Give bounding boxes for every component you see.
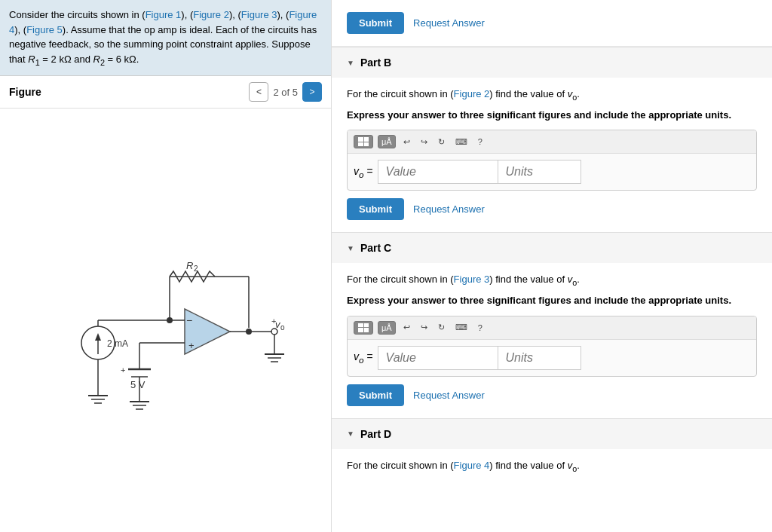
part-c-answer-label: vo = xyxy=(354,350,373,365)
part-c-refresh-button[interactable]: ↻ xyxy=(435,321,448,334)
part-c-header[interactable]: ▼ Part C xyxy=(332,233,772,263)
prev-figure-button[interactable]: < xyxy=(249,82,268,102)
part-c-answer-box: μÅ ↩ ↪ ↻ ⌨ ? vo = xyxy=(347,316,757,377)
part-c-instruction: Express your answer to three significant… xyxy=(347,293,757,308)
part-b-toolbar: μÅ ↩ ↪ ↻ ⌨ ? xyxy=(348,130,756,154)
next-figure-button[interactable]: > xyxy=(302,82,322,102)
figure-area: Figure < 2 of 5 > R 2 xyxy=(0,76,331,532)
part-c-submit-button[interactable]: Submit xyxy=(347,384,404,406)
part-d-section: ▼ Part D For the circuit shown in (Figur… xyxy=(332,418,772,491)
part-c-input-row: vo = xyxy=(348,340,756,376)
top-request-answer-link[interactable]: Request Answer xyxy=(413,17,485,29)
part-b-submit-button[interactable]: Submit xyxy=(347,198,404,220)
part-b-body: For the circuit shown in (Figure 2) find… xyxy=(332,78,772,232)
top-submit-row: Submit Request Answer xyxy=(332,0,772,47)
part-d-arrow: ▼ xyxy=(347,430,354,438)
part-c-submit-row: Submit Request Answer xyxy=(347,384,757,406)
part-d-figure-link[interactable]: Figure 4 xyxy=(454,460,490,471)
left-panel: Consider the circuits shown in (Figure 1… xyxy=(0,0,332,532)
page-indicator: 2 of 5 xyxy=(273,87,298,98)
circuit-diagram: R 2 + xyxy=(0,109,331,532)
circuit-svg: R 2 + xyxy=(38,222,294,418)
part-c-description: For the circuit shown in (Figure 3) find… xyxy=(347,272,757,289)
part-b-submit-row: Submit Request Answer xyxy=(347,198,757,220)
part-c-keyboard-button[interactable]: ⌨ xyxy=(452,321,470,334)
part-b-matrix-button[interactable] xyxy=(354,135,373,148)
part-b-units-button[interactable]: μÅ xyxy=(378,135,396,148)
figure3-link[interactable]: Figure 3 xyxy=(241,9,277,20)
minus-sign-input: − xyxy=(186,314,192,326)
part-b-input-row: vo = xyxy=(348,154,756,190)
figure-header: Figure < 2 of 5 > xyxy=(0,76,331,109)
part-d-description: For the circuit shown in (Figure 4) find… xyxy=(347,458,757,475)
plus-sign: + xyxy=(188,340,195,351)
part-c-undo-button[interactable]: ↩ xyxy=(400,321,413,334)
part-b-undo-button[interactable]: ↩ xyxy=(400,136,413,148)
figure1-link[interactable]: Figure 1 xyxy=(146,9,182,20)
vo-subscript: o xyxy=(280,323,285,332)
part-b-answer-label: vo = xyxy=(354,165,373,179)
part-c-title: Part C xyxy=(360,242,391,254)
figure-navigation: < 2 of 5 > xyxy=(249,82,322,102)
part-b-header[interactable]: ▼ Part B xyxy=(332,47,772,78)
part-c-figure-link[interactable]: Figure 3 xyxy=(454,274,490,285)
part-c-section: ▼ Part C For the circuit shown in (Figur… xyxy=(332,232,772,417)
part-c-redo-button[interactable]: ↪ xyxy=(418,321,430,334)
part-b-request-link[interactable]: Request Answer xyxy=(413,203,485,215)
part-b-redo-button[interactable]: ↪ xyxy=(418,136,430,148)
part-c-body: For the circuit shown in (Figure 3) find… xyxy=(332,263,772,417)
figure5-link[interactable]: Figure 5 xyxy=(26,24,63,35)
figure-title: Figure xyxy=(9,86,41,98)
current-label: 2 mA xyxy=(107,338,128,349)
right-panel: Submit Request Answer ▼ Part B For the c… xyxy=(332,0,772,532)
part-b-refresh-button[interactable]: ↻ xyxy=(435,136,448,148)
part-b-section: ▼ Part B For the circuit shown in (Figur… xyxy=(332,47,772,232)
part-b-figure-link[interactable]: Figure 2 xyxy=(454,88,490,99)
r2-label: R xyxy=(186,260,193,271)
part-c-units-input[interactable] xyxy=(498,346,581,370)
part-b-value-input[interactable] xyxy=(378,160,498,184)
problem-text-box: Consider the circuits shown in (Figure 1… xyxy=(0,0,331,76)
part-b-instruction: Express your answer to three significant… xyxy=(347,108,757,123)
output-plus: + xyxy=(271,316,276,326)
part-b-help-button[interactable]: ? xyxy=(475,136,486,148)
voltage-label: 5 V xyxy=(130,379,146,390)
part-c-units-button[interactable]: μÅ xyxy=(378,321,396,335)
part-b-title: Part B xyxy=(360,57,391,69)
part-c-help-button[interactable]: ? xyxy=(475,322,486,334)
plus-label: + xyxy=(121,365,125,375)
part-c-request-link[interactable]: Request Answer xyxy=(413,390,485,401)
part-b-keyboard-button[interactable]: ⌨ xyxy=(452,136,470,148)
part-d-header[interactable]: ▼ Part D xyxy=(332,419,772,449)
current-arrow xyxy=(95,333,101,341)
output-node-dot xyxy=(246,329,252,335)
part-c-value-input[interactable] xyxy=(378,346,498,370)
top-submit-button[interactable]: Submit xyxy=(347,12,404,34)
part-b-answer-box: μÅ ↩ ↪ ↻ ⌨ ? vo = xyxy=(347,130,757,191)
part-c-arrow: ▼ xyxy=(347,244,354,252)
part-d-body: For the circuit shown in (Figure 4) find… xyxy=(332,449,772,491)
figure2-link[interactable]: Figure 2 xyxy=(193,9,229,20)
part-c-matrix-button[interactable] xyxy=(354,321,373,335)
part-d-title: Part D xyxy=(360,428,391,440)
part-b-units-input[interactable] xyxy=(498,160,581,184)
part-c-toolbar: μÅ ↩ ↪ ↻ ⌨ ? xyxy=(348,316,756,340)
part-b-arrow: ▼ xyxy=(347,59,354,67)
part-b-description: For the circuit shown in (Figure 2) find… xyxy=(347,87,757,103)
